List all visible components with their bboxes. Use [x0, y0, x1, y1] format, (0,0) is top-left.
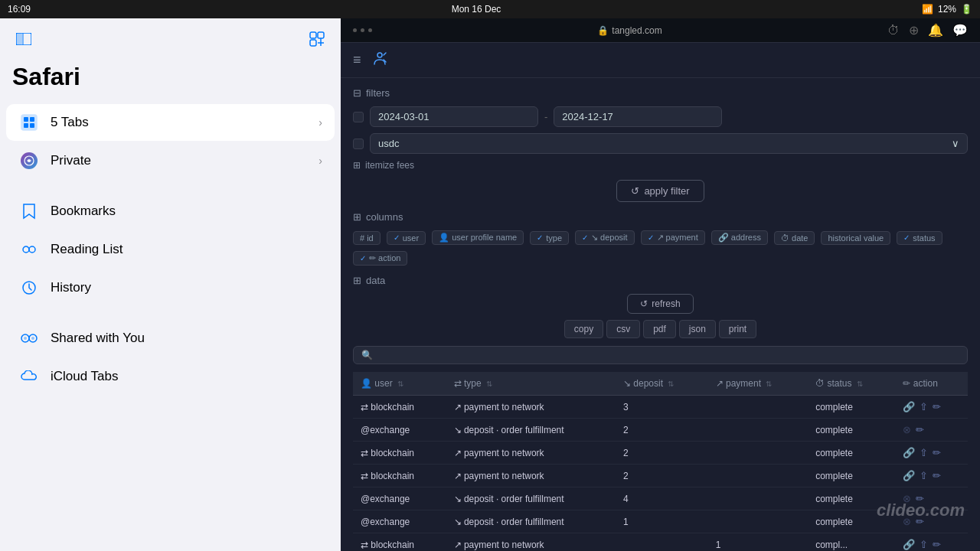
- sidebar-item-reading-list[interactable]: Reading List: [6, 231, 335, 268]
- share-icon-3[interactable]: ⇧: [920, 470, 928, 481]
- data-table: 👤 user ⇅ ⇄ type ⇅ ↘ deposit ⇅: [353, 372, 968, 551]
- cell-user-0: ⇄ blockchain: [353, 396, 446, 419]
- filters-section: ⊟ filters 2024-03-01 - 2024-12-17: [353, 87, 968, 202]
- col-header-action[interactable]: ✏ action: [895, 372, 968, 396]
- col-type[interactable]: ✓ type: [530, 231, 569, 245]
- app-logo-icon: [371, 49, 389, 71]
- edit-icon-1[interactable]: ✏: [916, 424, 924, 435]
- type-col-icon: ⇄: [454, 378, 462, 389]
- col-action[interactable]: ✓ ✏ action: [353, 251, 407, 266]
- col-address[interactable]: 🔗 address: [711, 230, 768, 245]
- date-to-input[interactable]: 2024-12-17: [554, 106, 722, 127]
- cell-deposit-5: 1: [616, 510, 708, 533]
- svg-point-20: [24, 337, 27, 340]
- tabs-icon: [18, 112, 40, 133]
- sidebar-item-5tabs[interactable]: 5 Tabs ›: [6, 104, 335, 141]
- chevron-right-icon-2: ›: [318, 155, 322, 167]
- browser-dots: [353, 28, 372, 32]
- edit-icon-4[interactable]: ✏: [916, 493, 924, 504]
- col-profile[interactable]: 👤 user profile name: [432, 230, 524, 245]
- add-tab-button[interactable]: [305, 28, 328, 51]
- json-button[interactable]: json: [679, 320, 716, 338]
- url-text[interactable]: tangled.com: [612, 25, 662, 36]
- edit-icon-2[interactable]: ✏: [933, 447, 941, 458]
- sort-icon-type: ⇅: [486, 380, 492, 388]
- share-icon-6[interactable]: ⇧: [920, 539, 928, 550]
- col-deposit[interactable]: ✓ ↘ deposit: [575, 230, 635, 245]
- cell-status-4: complete: [808, 487, 895, 510]
- chevron-right-icon: ›: [318, 116, 322, 129]
- col-header-type[interactable]: ⇄ type ⇅: [446, 372, 616, 396]
- link-icon-3[interactable]: 🔗: [903, 470, 915, 481]
- sidebar-item-bookmarks[interactable]: Bookmarks: [6, 193, 335, 230]
- table-row: @exchange ↘ deposit · order fulfillment …: [353, 487, 968, 510]
- sidebar-toggle-button[interactable]: [12, 28, 35, 51]
- token-checkbox[interactable]: [353, 139, 364, 149]
- app-header: ≡: [341, 43, 980, 78]
- cell-payment-1: [708, 419, 808, 442]
- block-icon-4[interactable]: ⊗: [903, 493, 911, 504]
- app-content: ⊟ filters 2024-03-01 - 2024-12-17: [341, 78, 980, 551]
- edit-icon-6[interactable]: ✏: [933, 539, 941, 550]
- csv-button[interactable]: csv: [606, 320, 640, 338]
- cell-payment-3: [708, 465, 808, 487]
- col-payment[interactable]: ✓ ↗ payment: [641, 230, 705, 245]
- lock-icon: 🔒: [597, 25, 609, 36]
- svg-rect-5: [310, 40, 316, 46]
- edit-icon-5[interactable]: ✏: [916, 516, 924, 527]
- sidebar-item-private-label: Private: [51, 153, 308, 168]
- sidebar-item-icloud-label: iCloud Tabs: [51, 369, 322, 384]
- col-id[interactable]: # id: [353, 231, 381, 245]
- edit-icon-0[interactable]: ✏: [933, 401, 941, 412]
- user-col-icon: 👤: [361, 378, 372, 389]
- bell-icon[interactable]: 🔔: [928, 23, 943, 37]
- share-icon-0[interactable]: ⇧: [920, 401, 928, 412]
- col-header-payment[interactable]: ↗ payment ⇅: [708, 372, 808, 396]
- token-dropdown[interactable]: usdc ∨: [370, 133, 968, 154]
- col-status[interactable]: ✓ status: [897, 231, 942, 245]
- svg-rect-12: [30, 123, 34, 128]
- apply-filter-button[interactable]: ↺ apply filter: [616, 180, 704, 202]
- col-user[interactable]: ✓ user: [387, 231, 426, 245]
- link-icon-2[interactable]: 🔗: [903, 447, 915, 458]
- refresh-button[interactable]: ↺ refresh: [627, 294, 693, 314]
- columns-icon: ⊞: [353, 211, 361, 223]
- shared-icon: [18, 328, 40, 349]
- link-icon-6[interactable]: 🔗: [903, 539, 915, 550]
- block-icon-1[interactable]: ⊗: [903, 424, 911, 435]
- sidebar-item-history-label: History: [51, 280, 322, 295]
- cell-type-4: ↘ deposit · order fulfillment: [446, 487, 616, 510]
- copy-button[interactable]: copy: [564, 320, 603, 338]
- edit-icon-3[interactable]: ✏: [933, 470, 941, 481]
- col-header-deposit[interactable]: ↘ deposit ⇅: [616, 372, 708, 396]
- col-date[interactable]: ⏱ date: [774, 231, 815, 245]
- columns-section: ⊞ columns # id ✓ user 👤 user profile nam…: [353, 211, 968, 266]
- sidebar-item-shared[interactable]: Shared with You: [6, 320, 335, 357]
- chat-icon[interactable]: 💬: [952, 23, 968, 37]
- pdf-button[interactable]: pdf: [643, 320, 676, 338]
- check-icon-2: ✓: [537, 233, 543, 242]
- share-icon-2[interactable]: ⇧: [920, 447, 928, 458]
- itemize-label: itemize fees: [365, 160, 414, 171]
- col-header-status[interactable]: ⏱ status ⇅: [808, 372, 895, 396]
- block-icon-5[interactable]: ⊗: [903, 516, 911, 527]
- table-row: @exchange ↘ deposit · order fulfillment …: [353, 419, 968, 442]
- sidebar-item-private[interactable]: Private ›: [6, 142, 335, 179]
- col-historical[interactable]: historical value: [821, 231, 890, 245]
- sidebar-item-icloud[interactable]: iCloud Tabs: [6, 358, 335, 395]
- print-button[interactable]: print: [719, 320, 756, 338]
- cell-status-5: complete: [808, 510, 895, 533]
- link-icon-0[interactable]: 🔗: [903, 401, 915, 412]
- date-checkbox[interactable]: [353, 112, 364, 122]
- bookmark-icon: [18, 201, 40, 222]
- col-header-user[interactable]: 👤 user ⇅: [353, 372, 446, 396]
- menu-icon[interactable]: ≡: [353, 52, 361, 68]
- history-nav-icon[interactable]: ⏱: [887, 24, 900, 37]
- cell-action-2: 🔗 ⇧ ✏: [895, 442, 968, 465]
- cell-user-6: ⇄ blockchain: [353, 533, 446, 552]
- sidebar-item-history[interactable]: History: [6, 269, 335, 306]
- cell-user-3: ⇄ blockchain: [353, 465, 446, 487]
- search-input[interactable]: [377, 350, 959, 360]
- date-from-input[interactable]: 2024-03-01: [370, 106, 538, 127]
- add-nav-icon[interactable]: ⊕: [909, 23, 919, 37]
